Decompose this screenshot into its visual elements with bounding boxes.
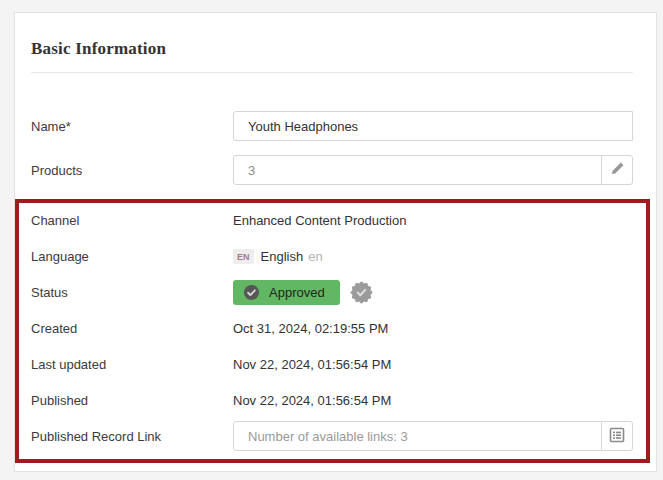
seal-check-icon [350, 281, 373, 304]
field-row-name: Name* [15, 111, 656, 141]
language-locale: en [308, 249, 322, 264]
header-divider [31, 72, 633, 73]
language-label: Language [31, 249, 233, 264]
channel-value: Enhanced Content Production [233, 213, 633, 228]
check-circle-icon [243, 284, 260, 301]
products-label: Products [31, 163, 233, 178]
products-input[interactable] [233, 155, 602, 185]
field-row-published: Published Nov 22, 2024, 01:56:54 PM [31, 385, 633, 415]
language-name: English [261, 249, 304, 264]
field-row-last-updated: Last updated Nov 22, 2024, 01:56:54 PM [31, 349, 633, 379]
products-edit-button[interactable] [601, 155, 633, 185]
status-value: Approved [233, 280, 633, 305]
field-row-status: Status Approved [31, 277, 633, 307]
published-value: Nov 22, 2024, 01:56:54 PM [233, 393, 633, 408]
name-input[interactable] [233, 111, 633, 141]
field-row-published-record-link: Published Record Link [31, 421, 633, 451]
highlighted-section: Channel Enhanced Content Production Lang… [15, 199, 650, 463]
status-badge-label: Approved [269, 285, 325, 300]
status-badge: Approved [233, 280, 340, 305]
created-value: Oct 31, 2024, 02:19:55 PM [233, 321, 633, 336]
created-label: Created [31, 321, 233, 336]
page-title: Basic Information [31, 39, 640, 59]
published-record-link-input[interactable] [233, 421, 602, 451]
record-links-button[interactable] [601, 421, 633, 451]
field-row-created: Created Oct 31, 2024, 02:19:55 PM [31, 313, 633, 343]
last-updated-label: Last updated [31, 357, 233, 372]
published-label: Published [31, 393, 233, 408]
pencil-icon [610, 161, 625, 179]
last-updated-value: Nov 22, 2024, 01:56:54 PM [233, 357, 633, 372]
basic-information-card: Basic Information Name* Products Channel [14, 12, 657, 472]
status-label: Status [31, 285, 233, 300]
language-flag-chip: EN [233, 249, 254, 264]
card-header: Basic Information [15, 13, 656, 59]
field-row-products: Products [15, 155, 656, 185]
name-label: Name* [31, 119, 233, 134]
language-value: ENEnglishen [233, 249, 633, 264]
field-row-language: Language ENEnglishen [31, 241, 633, 271]
channel-label: Channel [31, 213, 233, 228]
list-icon [609, 427, 625, 446]
field-row-channel: Channel Enhanced Content Production [31, 205, 633, 235]
published-record-link-label: Published Record Link [31, 429, 233, 444]
